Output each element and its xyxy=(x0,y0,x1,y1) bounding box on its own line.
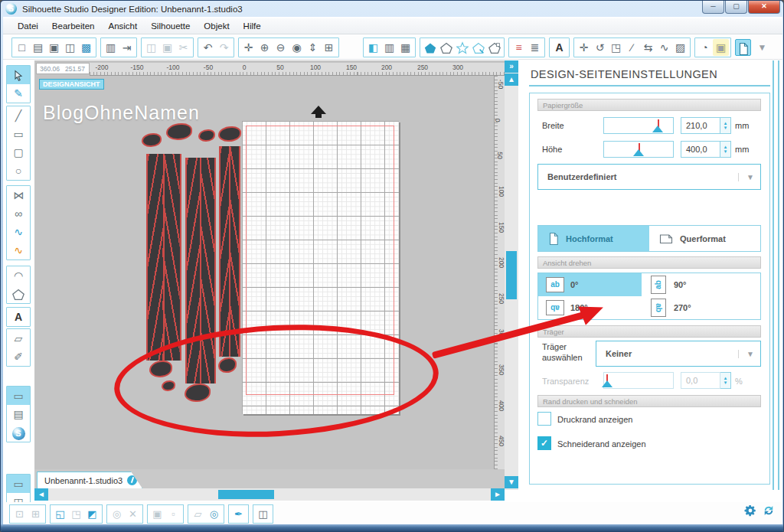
offset-icon[interactable]: ◎ xyxy=(206,506,222,522)
tire-track-design[interactable] xyxy=(219,146,240,357)
bring-forward-icon[interactable]: ▣ xyxy=(149,506,165,522)
star-icon[interactable] xyxy=(454,39,470,56)
send-backward-icon[interactable]: ▫ xyxy=(165,506,181,522)
library-button[interactable]: ▤ xyxy=(7,405,30,423)
pin-icon[interactable] xyxy=(127,475,137,485)
polygon-tool[interactable]: ⋈ xyxy=(7,186,30,204)
rotate-0-button[interactable]: ab 0° xyxy=(538,273,642,296)
text-style-icon[interactable]: A xyxy=(551,39,567,56)
line-tool[interactable]: ╱ xyxy=(7,106,30,125)
undo-icon[interactable]: ↶ xyxy=(200,39,216,56)
ungroup-icon[interactable]: ◳ xyxy=(68,506,84,522)
close-button[interactable]: ✕ xyxy=(748,1,780,14)
tire-track-design[interactable] xyxy=(146,154,181,361)
height-spinner[interactable]: ▲ ▼ xyxy=(720,141,731,158)
color-picker-icon[interactable]: ✒ xyxy=(230,506,247,522)
send-to-silhouette-icon[interactable]: ◔ xyxy=(697,39,713,56)
paper-preset-dropdown[interactable]: Benutzerdefiniert ▼ xyxy=(537,164,761,190)
sketch-options-icon[interactable]: ◫ xyxy=(255,506,271,522)
layout-single-button[interactable]: ▭ xyxy=(7,475,30,493)
freehand-tool[interactable]: ∿ xyxy=(7,223,30,241)
zoom-out-icon[interactable]: ⊖ xyxy=(273,39,289,56)
redo-icon[interactable]: ↷ xyxy=(216,39,232,56)
width-slider[interactable] xyxy=(603,117,674,134)
title-bar[interactable]: S Silhouette Studio Designer Edition: Un… xyxy=(1,1,784,17)
menu-datei[interactable]: Datei xyxy=(11,19,45,33)
merge-icon[interactable]: ◩ xyxy=(84,506,100,522)
width-spinner[interactable]: ▲ ▼ xyxy=(720,117,731,134)
rectangle-tool[interactable]: ▭ xyxy=(7,125,30,143)
page-settings-icon[interactable] xyxy=(735,39,751,56)
delete-icon[interactable]: ✕ xyxy=(125,506,141,522)
send-to-machine-icon[interactable]: ⇥ xyxy=(119,39,135,56)
document-tab[interactable]: Unbenannt-1.studio3 xyxy=(37,472,142,488)
eraser-tool[interactable]: ▱ xyxy=(7,329,30,348)
vertical-scroll-thumb[interactable] xyxy=(506,251,517,299)
print-icon[interactable]: ▥ xyxy=(103,39,119,56)
fill-style-pentagon-icon[interactable] xyxy=(422,39,438,56)
horizontal-scroll-thumb[interactable] xyxy=(218,490,274,499)
copy-icon[interactable]: ◫ xyxy=(143,39,159,56)
menu-ansicht[interactable]: Ansicht xyxy=(101,19,144,33)
minimize-button[interactable]: ─ xyxy=(702,1,724,14)
line-pentagon-icon[interactable] xyxy=(438,39,454,56)
center-to-page-icon[interactable]: ⊡ xyxy=(11,506,28,522)
weld-icon[interactable]: ◎ xyxy=(109,506,125,522)
line-style-icon[interactable]: ≣ xyxy=(527,39,543,56)
select-tool[interactable] xyxy=(7,66,30,84)
new-document-icon[interactable]: □ xyxy=(14,39,30,56)
menu-bearbeiten[interactable]: Bearbeiten xyxy=(45,19,102,33)
transparency-slider[interactable] xyxy=(603,372,674,389)
spin-down-icon[interactable]: ▼ xyxy=(724,149,728,154)
preferences-gear-icon[interactable] xyxy=(743,504,757,517)
scroll-up-button[interactable]: ▲ xyxy=(505,73,518,86)
collapse-panel-button[interactable]: » xyxy=(505,60,518,73)
gradient-fill-icon[interactable]: ▥ xyxy=(381,39,397,56)
merge-file-icon[interactable]: ▣ xyxy=(46,39,62,56)
width-slider-thumb[interactable] xyxy=(652,126,663,132)
transparency-slider-thumb[interactable] xyxy=(602,380,612,387)
height-input[interactable]: 400,0 xyxy=(681,141,720,158)
scroll-down-button[interactable]: ▼ xyxy=(505,476,518,488)
scroll-left-button[interactable]: ◄ xyxy=(34,488,48,501)
rounded-rectangle-tool[interactable]: ▢ xyxy=(7,143,30,162)
eraser-options-icon[interactable]: ▱ xyxy=(190,506,206,522)
transparency-spinner[interactable]: ▲ ▼ xyxy=(720,372,731,389)
align-icon[interactable]: ⊞ xyxy=(28,506,44,522)
scale-icon[interactable]: ◳ xyxy=(608,39,624,56)
paste-icon[interactable]: ▣ xyxy=(159,39,175,56)
regular-polygon-tool[interactable] xyxy=(7,285,30,303)
transparency-input[interactable]: 0,0 xyxy=(681,372,720,389)
zoom-in-icon[interactable]: ⊕ xyxy=(256,39,273,56)
open-file-icon[interactable]: ▤ xyxy=(30,39,46,56)
rotate-icon[interactable]: ↺ xyxy=(592,39,608,56)
edit-points-tool[interactable]: ✎ xyxy=(7,84,30,103)
registration-marks-icon[interactable]: ▣ xyxy=(713,39,729,56)
ellipse-tool[interactable]: ○ xyxy=(7,162,30,180)
menu-objekt[interactable]: Objekt xyxy=(197,19,236,33)
curve-tool[interactable]: ∞ xyxy=(7,204,30,223)
print-border-checkbox[interactable] xyxy=(537,412,551,426)
text-tool[interactable]: A xyxy=(7,308,30,326)
cut-icon[interactable]: ✂ xyxy=(175,39,191,56)
trace-icon[interactable]: ▨ xyxy=(672,39,688,56)
spin-down-icon[interactable]: ▼ xyxy=(724,380,728,385)
page-view-button[interactable]: ▭ xyxy=(7,387,30,405)
shadow-pentagon-icon[interactable] xyxy=(470,39,486,56)
save-icon[interactable]: ◫ xyxy=(62,39,78,56)
menu-silhouette[interactable]: Silhouette xyxy=(144,19,197,33)
rotate-90-button[interactable]: ab 90° xyxy=(642,273,760,296)
mirror-icon[interactable]: ⇆ xyxy=(640,39,656,56)
save-to-library-icon[interactable]: ▩ xyxy=(78,39,94,56)
vertical-scrollbar[interactable]: » ▲ ▼ xyxy=(505,60,518,490)
knife-tool[interactable]: ✐ xyxy=(7,348,30,366)
pattern-fill-icon[interactable]: ▦ xyxy=(397,39,413,56)
height-slider-thumb[interactable] xyxy=(633,149,644,156)
line-color-icon[interactable]: ≡ xyxy=(511,39,527,56)
toolbar-more-icon[interactable]: ▼ xyxy=(754,39,770,56)
shear-icon[interactable]: ∿ xyxy=(656,39,672,56)
group-icon[interactable]: ◱ xyxy=(52,506,68,522)
height-slider[interactable] xyxy=(603,141,674,158)
move-icon[interactable]: ✛ xyxy=(576,39,592,56)
zoom-selection-icon[interactable]: ◉ xyxy=(289,39,305,56)
